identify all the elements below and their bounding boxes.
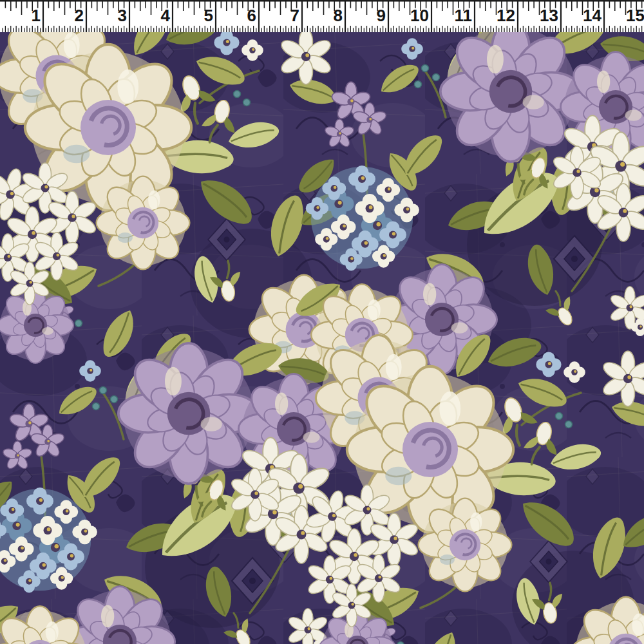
- ruler-number: 12: [497, 6, 515, 25]
- ruler-number: 9: [377, 6, 386, 25]
- ruler-number: 8: [334, 6, 343, 25]
- fabric-swatch-photo: 123456789101112131415: [0, 0, 644, 644]
- ruler-number: 6: [247, 6, 256, 25]
- ruler-number: 11: [455, 6, 473, 25]
- ruler-number: 13: [540, 6, 558, 25]
- ruler-number: 14: [583, 6, 601, 25]
- ruler-number: 7: [290, 6, 299, 25]
- inch-ruler: 123456789101112131415: [0, 0, 644, 32]
- ruler-number: 3: [118, 6, 127, 25]
- ruler-number: 15: [626, 6, 644, 25]
- ruler-number: 5: [204, 6, 213, 25]
- ruler-number: 1: [32, 6, 41, 25]
- ruler-number: 10: [410, 6, 429, 25]
- ruler-number: 4: [161, 6, 171, 25]
- ruler-number: 2: [75, 6, 84, 25]
- floral-fabric: [0, 32, 644, 644]
